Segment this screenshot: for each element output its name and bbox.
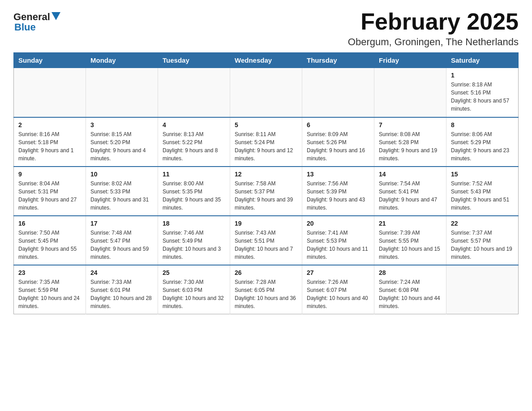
- calendar-cell: 28Sunrise: 7:24 AM Sunset: 6:08 PM Dayli…: [374, 265, 446, 314]
- calendar-cell: 26Sunrise: 7:28 AM Sunset: 6:05 PM Dayli…: [230, 265, 302, 314]
- day-number: 27: [307, 269, 369, 276]
- day-info: Sunrise: 7:33 AM Sunset: 6:01 PM Dayligh…: [90, 278, 153, 310]
- day-info: Sunrise: 8:09 AM Sunset: 5:26 PM Dayligh…: [307, 130, 369, 163]
- logo-blue-text: Blue: [14, 21, 36, 33]
- day-info: Sunrise: 8:02 AM Sunset: 5:33 PM Dayligh…: [90, 180, 153, 212]
- calendar-cell: 20Sunrise: 7:41 AM Sunset: 5:53 PM Dayli…: [302, 216, 374, 265]
- day-number: 21: [379, 220, 442, 227]
- day-number: 9: [18, 171, 81, 178]
- calendar-cell: [302, 68, 374, 117]
- calendar-cell: [446, 265, 519, 314]
- calendar-cell: 15Sunrise: 7:52 AM Sunset: 5:43 PM Dayli…: [446, 167, 519, 216]
- calendar-cell: 23Sunrise: 7:35 AM Sunset: 5:59 PM Dayli…: [14, 265, 86, 314]
- calendar-cell: 12Sunrise: 7:58 AM Sunset: 5:37 PM Dayli…: [230, 167, 302, 216]
- day-info: Sunrise: 7:39 AM Sunset: 5:55 PM Dayligh…: [379, 229, 442, 261]
- day-info: Sunrise: 7:48 AM Sunset: 5:47 PM Dayligh…: [90, 229, 153, 261]
- day-info: Sunrise: 7:52 AM Sunset: 5:43 PM Dayligh…: [451, 180, 514, 212]
- calendar-cell: 17Sunrise: 7:48 AM Sunset: 5:47 PM Dayli…: [86, 216, 158, 265]
- calendar-cell: 10Sunrise: 8:02 AM Sunset: 5:33 PM Dayli…: [86, 167, 158, 216]
- day-info: Sunrise: 7:30 AM Sunset: 6:03 PM Dayligh…: [163, 278, 225, 310]
- day-info: Sunrise: 8:04 AM Sunset: 5:31 PM Dayligh…: [18, 180, 81, 212]
- day-number: 13: [307, 171, 369, 178]
- column-header-saturday: Saturday: [446, 53, 519, 68]
- calendar-cell: 21Sunrise: 7:39 AM Sunset: 5:55 PM Dayli…: [374, 216, 446, 265]
- day-info: Sunrise: 7:28 AM Sunset: 6:05 PM Dayligh…: [235, 278, 297, 310]
- day-info: Sunrise: 7:50 AM Sunset: 5:45 PM Dayligh…: [18, 229, 81, 261]
- day-number: 3: [90, 121, 153, 128]
- calendar-cell: 14Sunrise: 7:54 AM Sunset: 5:41 PM Dayli…: [374, 167, 446, 216]
- calendar-cell: 25Sunrise: 7:30 AM Sunset: 6:03 PM Dayli…: [158, 265, 230, 314]
- day-info: Sunrise: 8:13 AM Sunset: 5:22 PM Dayligh…: [163, 130, 225, 163]
- day-number: 12: [235, 171, 297, 178]
- calendar-cell: [14, 68, 86, 117]
- day-number: 8: [451, 121, 514, 128]
- calendar-cell: [158, 68, 230, 117]
- day-info: Sunrise: 7:35 AM Sunset: 5:59 PM Dayligh…: [18, 278, 81, 310]
- calendar-week-3: 9Sunrise: 8:04 AM Sunset: 5:31 PM Daylig…: [14, 167, 519, 216]
- calendar-week-2: 2Sunrise: 8:16 AM Sunset: 5:18 PM Daylig…: [14, 117, 519, 167]
- day-number: 23: [18, 269, 81, 276]
- column-header-wednesday: Wednesday: [230, 53, 302, 68]
- page-header: General Blue February 2025 Obergum, Gron…: [13, 9, 519, 48]
- day-number: 28: [379, 269, 442, 276]
- column-header-tuesday: Tuesday: [158, 53, 230, 68]
- day-number: 7: [379, 121, 442, 128]
- column-header-thursday: Thursday: [302, 53, 374, 68]
- day-number: 20: [307, 220, 369, 227]
- calendar-cell: 22Sunrise: 7:37 AM Sunset: 5:57 PM Dayli…: [446, 216, 519, 265]
- subtitle: Obergum, Groningen, The Netherlands: [348, 36, 519, 48]
- calendar-cell: 8Sunrise: 8:06 AM Sunset: 5:29 PM Daylig…: [446, 117, 519, 167]
- day-info: Sunrise: 8:16 AM Sunset: 5:18 PM Dayligh…: [18, 130, 81, 163]
- day-number: 18: [163, 220, 225, 227]
- calendar-week-5: 23Sunrise: 7:35 AM Sunset: 5:59 PM Dayli…: [14, 265, 519, 314]
- calendar-cell: 11Sunrise: 8:00 AM Sunset: 5:35 PM Dayli…: [158, 167, 230, 216]
- day-number: 4: [163, 121, 225, 128]
- day-info: Sunrise: 7:26 AM Sunset: 6:07 PM Dayligh…: [307, 278, 369, 310]
- day-number: 1: [451, 72, 514, 79]
- calendar-cell: 19Sunrise: 7:43 AM Sunset: 5:51 PM Dayli…: [230, 216, 302, 265]
- day-info: Sunrise: 8:18 AM Sunset: 5:16 PM Dayligh…: [451, 81, 514, 113]
- title-block: February 2025 Obergum, Groningen, The Ne…: [348, 9, 519, 48]
- day-number: 14: [379, 171, 442, 178]
- calendar-week-4: 16Sunrise: 7:50 AM Sunset: 5:45 PM Dayli…: [14, 216, 519, 265]
- day-number: 25: [163, 269, 225, 276]
- day-number: 17: [90, 220, 153, 227]
- day-info: Sunrise: 7:41 AM Sunset: 5:53 PM Dayligh…: [307, 229, 369, 261]
- day-info: Sunrise: 8:11 AM Sunset: 5:24 PM Dayligh…: [235, 130, 297, 163]
- day-info: Sunrise: 7:58 AM Sunset: 5:37 PM Dayligh…: [235, 180, 297, 212]
- calendar-cell: 5Sunrise: 8:11 AM Sunset: 5:24 PM Daylig…: [230, 117, 302, 167]
- column-header-sunday: Sunday: [14, 53, 86, 68]
- calendar-cell: 3Sunrise: 8:15 AM Sunset: 5:20 PM Daylig…: [86, 117, 158, 167]
- day-info: Sunrise: 7:54 AM Sunset: 5:41 PM Dayligh…: [379, 180, 442, 212]
- day-number: 10: [90, 171, 153, 178]
- day-info: Sunrise: 7:37 AM Sunset: 5:57 PM Dayligh…: [451, 229, 514, 261]
- day-number: 2: [18, 121, 81, 128]
- day-number: 19: [235, 220, 297, 227]
- calendar-cell: 13Sunrise: 7:56 AM Sunset: 5:39 PM Dayli…: [302, 167, 374, 216]
- page-title: February 2025: [348, 9, 519, 34]
- calendar-week-1: 1Sunrise: 8:18 AM Sunset: 5:16 PM Daylig…: [14, 68, 519, 117]
- logo: General Blue: [13, 11, 60, 32]
- day-info: Sunrise: 7:46 AM Sunset: 5:49 PM Dayligh…: [163, 229, 225, 261]
- day-info: Sunrise: 7:24 AM Sunset: 6:08 PM Dayligh…: [379, 278, 442, 310]
- day-number: 5: [235, 121, 297, 128]
- calendar-cell: 6Sunrise: 8:09 AM Sunset: 5:26 PM Daylig…: [302, 117, 374, 167]
- day-number: 26: [235, 269, 297, 276]
- calendar-cell: 9Sunrise: 8:04 AM Sunset: 5:31 PM Daylig…: [14, 167, 86, 216]
- svg-marker-0: [51, 12, 60, 20]
- column-header-friday: Friday: [374, 53, 446, 68]
- calendar-cell: 1Sunrise: 8:18 AM Sunset: 5:16 PM Daylig…: [446, 68, 519, 117]
- calendar-cell: [374, 68, 446, 117]
- day-number: 16: [18, 220, 81, 227]
- calendar-cell: 27Sunrise: 7:26 AM Sunset: 6:07 PM Dayli…: [302, 265, 374, 314]
- calendar-cell: 24Sunrise: 7:33 AM Sunset: 6:01 PM Dayli…: [86, 265, 158, 314]
- column-header-monday: Monday: [86, 53, 158, 68]
- day-info: Sunrise: 8:08 AM Sunset: 5:28 PM Dayligh…: [379, 130, 442, 163]
- calendar-header-row: SundayMondayTuesdayWednesdayThursdayFrid…: [14, 53, 519, 68]
- day-number: 11: [163, 171, 225, 178]
- day-info: Sunrise: 7:43 AM Sunset: 5:51 PM Dayligh…: [235, 229, 297, 261]
- calendar-cell: [86, 68, 158, 117]
- calendar-cell: 16Sunrise: 7:50 AM Sunset: 5:45 PM Dayli…: [14, 216, 86, 265]
- day-number: 6: [307, 121, 369, 128]
- logo-triangle-icon: [51, 12, 60, 21]
